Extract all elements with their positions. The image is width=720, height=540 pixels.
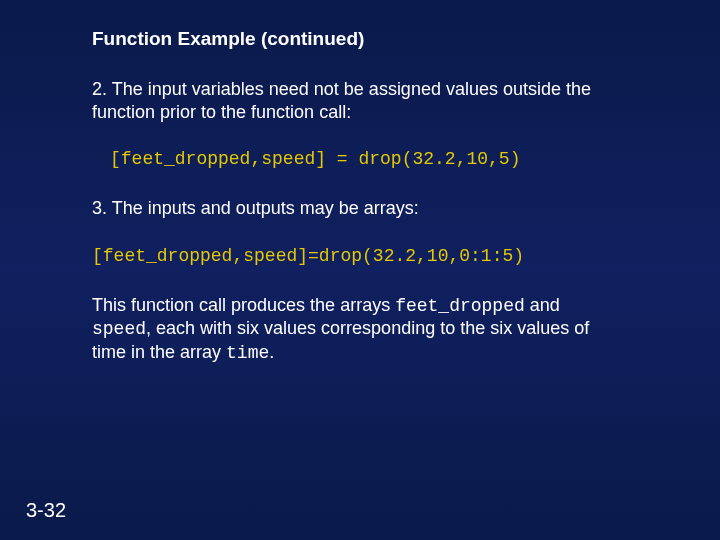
paragraph-2: 3. The inputs and outputs may be arrays:	[92, 197, 600, 220]
code-line-1: [feet_dropped,speed] = drop(32.2,10,5)	[92, 149, 600, 169]
paragraph-3: This function call produces the arrays f…	[92, 294, 600, 365]
slide-content: Function Example (continued) 2. The inpu…	[0, 0, 600, 364]
slide-title: Function Example (continued)	[92, 28, 600, 50]
inline-code-time: time	[226, 343, 269, 363]
para3-text-a: This function call produces the arrays	[92, 295, 395, 315]
inline-code-speed: speed	[92, 319, 146, 339]
inline-code-feet-dropped: feet_dropped	[395, 296, 525, 316]
slide-number: 3-32	[26, 499, 66, 522]
para3-text-g: .	[269, 342, 274, 362]
para3-text-e: , each with six values corresponding to …	[92, 318, 589, 362]
para3-text-c: and	[525, 295, 560, 315]
paragraph-1: 2. The input variables need not be assig…	[92, 78, 600, 123]
code-line-2: [feet_dropped,speed]=drop(32.2,10,0:1:5)	[92, 246, 600, 266]
